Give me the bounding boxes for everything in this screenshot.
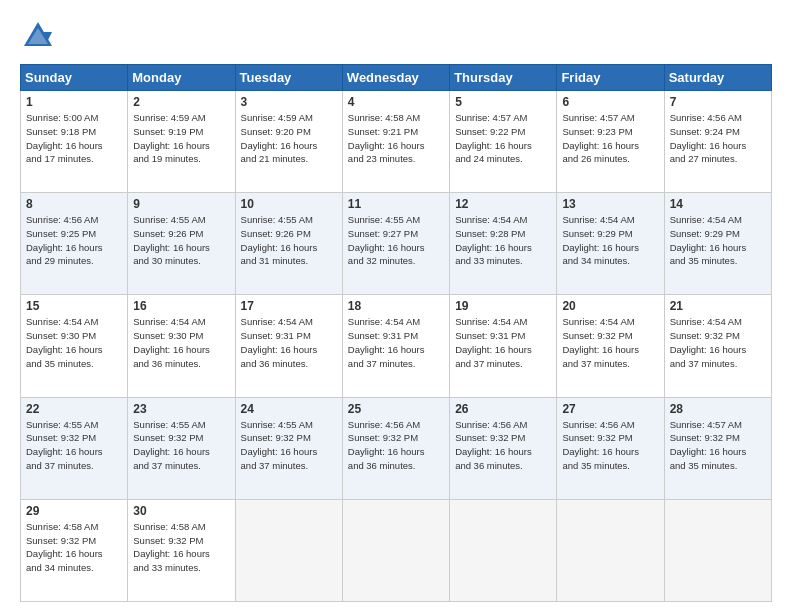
day-number: 12 <box>455 197 551 211</box>
day-number: 27 <box>562 402 658 416</box>
day-info: Sunrise: 4:55 AM Sunset: 9:27 PM Dayligh… <box>348 213 444 268</box>
day-info: Sunrise: 4:55 AM Sunset: 9:26 PM Dayligh… <box>241 213 337 268</box>
day-number: 29 <box>26 504 122 518</box>
day-number: 26 <box>455 402 551 416</box>
day-number: 13 <box>562 197 658 211</box>
day-cell: 29Sunrise: 4:58 AM Sunset: 9:32 PM Dayli… <box>21 499 128 601</box>
day-info: Sunrise: 4:55 AM Sunset: 9:26 PM Dayligh… <box>133 213 229 268</box>
day-info: Sunrise: 4:57 AM Sunset: 9:23 PM Dayligh… <box>562 111 658 166</box>
day-cell <box>342 499 449 601</box>
day-info: Sunrise: 4:57 AM Sunset: 9:32 PM Dayligh… <box>670 418 766 473</box>
day-number: 9 <box>133 197 229 211</box>
day-number: 20 <box>562 299 658 313</box>
day-cell: 3Sunrise: 4:59 AM Sunset: 9:20 PM Daylig… <box>235 91 342 193</box>
week-row-1: 8Sunrise: 4:56 AM Sunset: 9:25 PM Daylig… <box>21 193 772 295</box>
day-cell: 5Sunrise: 4:57 AM Sunset: 9:22 PM Daylig… <box>450 91 557 193</box>
col-header-saturday: Saturday <box>664 65 771 91</box>
day-info: Sunrise: 5:00 AM Sunset: 9:18 PM Dayligh… <box>26 111 122 166</box>
day-info: Sunrise: 4:54 AM Sunset: 9:30 PM Dayligh… <box>26 315 122 370</box>
day-cell: 30Sunrise: 4:58 AM Sunset: 9:32 PM Dayli… <box>128 499 235 601</box>
day-info: Sunrise: 4:54 AM Sunset: 9:29 PM Dayligh… <box>562 213 658 268</box>
day-info: Sunrise: 4:58 AM Sunset: 9:21 PM Dayligh… <box>348 111 444 166</box>
day-info: Sunrise: 4:54 AM Sunset: 9:28 PM Dayligh… <box>455 213 551 268</box>
day-number: 7 <box>670 95 766 109</box>
day-info: Sunrise: 4:59 AM Sunset: 9:20 PM Dayligh… <box>241 111 337 166</box>
logo-icon <box>20 18 56 54</box>
col-header-friday: Friday <box>557 65 664 91</box>
day-number: 3 <box>241 95 337 109</box>
day-cell: 14Sunrise: 4:54 AM Sunset: 9:29 PM Dayli… <box>664 193 771 295</box>
day-cell <box>664 499 771 601</box>
day-number: 11 <box>348 197 444 211</box>
day-info: Sunrise: 4:54 AM Sunset: 9:30 PM Dayligh… <box>133 315 229 370</box>
day-info: Sunrise: 4:57 AM Sunset: 9:22 PM Dayligh… <box>455 111 551 166</box>
calendar-table: SundayMondayTuesdayWednesdayThursdayFrid… <box>20 64 772 602</box>
day-info: Sunrise: 4:54 AM Sunset: 9:32 PM Dayligh… <box>562 315 658 370</box>
day-info: Sunrise: 4:56 AM Sunset: 9:32 PM Dayligh… <box>455 418 551 473</box>
col-header-monday: Monday <box>128 65 235 91</box>
day-number: 23 <box>133 402 229 416</box>
header <box>20 18 772 54</box>
day-info: Sunrise: 4:55 AM Sunset: 9:32 PM Dayligh… <box>133 418 229 473</box>
day-info: Sunrise: 4:54 AM Sunset: 9:31 PM Dayligh… <box>455 315 551 370</box>
day-cell <box>450 499 557 601</box>
day-cell: 19Sunrise: 4:54 AM Sunset: 9:31 PM Dayli… <box>450 295 557 397</box>
day-number: 8 <box>26 197 122 211</box>
day-cell: 10Sunrise: 4:55 AM Sunset: 9:26 PM Dayli… <box>235 193 342 295</box>
day-number: 19 <box>455 299 551 313</box>
day-number: 22 <box>26 402 122 416</box>
day-info: Sunrise: 4:56 AM Sunset: 9:25 PM Dayligh… <box>26 213 122 268</box>
day-cell: 28Sunrise: 4:57 AM Sunset: 9:32 PM Dayli… <box>664 397 771 499</box>
day-info: Sunrise: 4:54 AM Sunset: 9:29 PM Dayligh… <box>670 213 766 268</box>
day-number: 1 <box>26 95 122 109</box>
day-info: Sunrise: 4:56 AM Sunset: 9:32 PM Dayligh… <box>562 418 658 473</box>
day-cell: 9Sunrise: 4:55 AM Sunset: 9:26 PM Daylig… <box>128 193 235 295</box>
header-row: SundayMondayTuesdayWednesdayThursdayFrid… <box>21 65 772 91</box>
day-info: Sunrise: 4:56 AM Sunset: 9:32 PM Dayligh… <box>348 418 444 473</box>
day-info: Sunrise: 4:55 AM Sunset: 9:32 PM Dayligh… <box>241 418 337 473</box>
day-cell: 23Sunrise: 4:55 AM Sunset: 9:32 PM Dayli… <box>128 397 235 499</box>
day-info: Sunrise: 4:58 AM Sunset: 9:32 PM Dayligh… <box>26 520 122 575</box>
day-cell: 26Sunrise: 4:56 AM Sunset: 9:32 PM Dayli… <box>450 397 557 499</box>
day-number: 17 <box>241 299 337 313</box>
day-cell: 15Sunrise: 4:54 AM Sunset: 9:30 PM Dayli… <box>21 295 128 397</box>
week-row-4: 29Sunrise: 4:58 AM Sunset: 9:32 PM Dayli… <box>21 499 772 601</box>
day-number: 18 <box>348 299 444 313</box>
day-info: Sunrise: 4:54 AM Sunset: 9:32 PM Dayligh… <box>670 315 766 370</box>
day-cell: 6Sunrise: 4:57 AM Sunset: 9:23 PM Daylig… <box>557 91 664 193</box>
col-header-thursday: Thursday <box>450 65 557 91</box>
day-number: 5 <box>455 95 551 109</box>
day-cell: 12Sunrise: 4:54 AM Sunset: 9:28 PM Dayli… <box>450 193 557 295</box>
day-number: 25 <box>348 402 444 416</box>
day-cell: 13Sunrise: 4:54 AM Sunset: 9:29 PM Dayli… <box>557 193 664 295</box>
day-info: Sunrise: 4:54 AM Sunset: 9:31 PM Dayligh… <box>348 315 444 370</box>
day-cell: 1Sunrise: 5:00 AM Sunset: 9:18 PM Daylig… <box>21 91 128 193</box>
day-cell: 18Sunrise: 4:54 AM Sunset: 9:31 PM Dayli… <box>342 295 449 397</box>
day-number: 15 <box>26 299 122 313</box>
day-cell: 21Sunrise: 4:54 AM Sunset: 9:32 PM Dayli… <box>664 295 771 397</box>
day-cell: 8Sunrise: 4:56 AM Sunset: 9:25 PM Daylig… <box>21 193 128 295</box>
day-number: 14 <box>670 197 766 211</box>
day-number: 16 <box>133 299 229 313</box>
col-header-sunday: Sunday <box>21 65 128 91</box>
col-header-tuesday: Tuesday <box>235 65 342 91</box>
day-number: 10 <box>241 197 337 211</box>
day-number: 21 <box>670 299 766 313</box>
day-cell: 25Sunrise: 4:56 AM Sunset: 9:32 PM Dayli… <box>342 397 449 499</box>
week-row-2: 15Sunrise: 4:54 AM Sunset: 9:30 PM Dayli… <box>21 295 772 397</box>
day-info: Sunrise: 4:58 AM Sunset: 9:32 PM Dayligh… <box>133 520 229 575</box>
week-row-0: 1Sunrise: 5:00 AM Sunset: 9:18 PM Daylig… <box>21 91 772 193</box>
day-number: 2 <box>133 95 229 109</box>
day-number: 30 <box>133 504 229 518</box>
page: SundayMondayTuesdayWednesdayThursdayFrid… <box>0 0 792 612</box>
day-cell: 20Sunrise: 4:54 AM Sunset: 9:32 PM Dayli… <box>557 295 664 397</box>
day-info: Sunrise: 4:54 AM Sunset: 9:31 PM Dayligh… <box>241 315 337 370</box>
day-cell: 22Sunrise: 4:55 AM Sunset: 9:32 PM Dayli… <box>21 397 128 499</box>
day-number: 24 <box>241 402 337 416</box>
week-row-3: 22Sunrise: 4:55 AM Sunset: 9:32 PM Dayli… <box>21 397 772 499</box>
day-info: Sunrise: 4:55 AM Sunset: 9:32 PM Dayligh… <box>26 418 122 473</box>
day-number: 4 <box>348 95 444 109</box>
day-cell: 16Sunrise: 4:54 AM Sunset: 9:30 PM Dayli… <box>128 295 235 397</box>
day-cell: 2Sunrise: 4:59 AM Sunset: 9:19 PM Daylig… <box>128 91 235 193</box>
day-info: Sunrise: 4:56 AM Sunset: 9:24 PM Dayligh… <box>670 111 766 166</box>
